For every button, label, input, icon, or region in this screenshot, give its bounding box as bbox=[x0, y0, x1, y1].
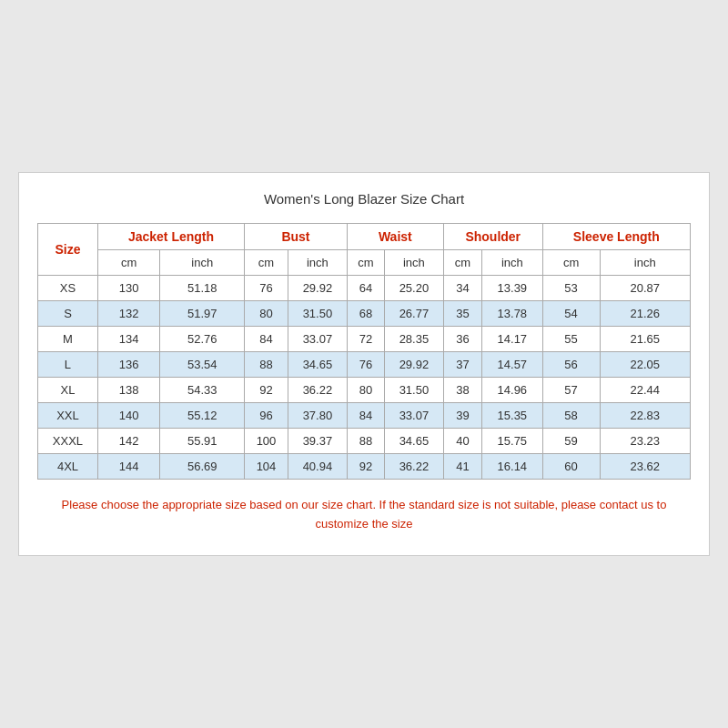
data-cell: 53.54 bbox=[160, 351, 245, 377]
table-row: 4XL14456.6910440.949236.224116.146023.62 bbox=[38, 453, 691, 479]
table-row: S13251.978031.506826.773513.785421.26 bbox=[38, 300, 691, 326]
data-cell: 36 bbox=[443, 326, 481, 351]
data-cell: 51.97 bbox=[160, 300, 245, 326]
data-cell: 76 bbox=[245, 275, 288, 300]
data-cell: 84 bbox=[245, 326, 288, 351]
data-cell: 34.65 bbox=[384, 428, 443, 453]
b-cm-header: cm bbox=[245, 249, 288, 275]
data-cell: 96 bbox=[245, 402, 288, 428]
data-cell: 76 bbox=[347, 351, 384, 377]
data-cell: 72 bbox=[347, 326, 384, 351]
data-cell: 13.78 bbox=[482, 300, 543, 326]
bust-header: Bust bbox=[245, 223, 348, 249]
table-row: L13653.548834.657629.923714.575622.05 bbox=[38, 351, 691, 377]
data-cell: 23.62 bbox=[600, 453, 690, 479]
data-cell: 138 bbox=[97, 377, 159, 402]
data-cell: 23.23 bbox=[600, 428, 690, 453]
data-cell: 60 bbox=[542, 453, 600, 479]
data-cell: 134 bbox=[97, 326, 159, 351]
size-cell: XL bbox=[38, 377, 98, 402]
data-cell: 21.65 bbox=[600, 326, 690, 351]
data-cell: 59 bbox=[542, 428, 600, 453]
data-cell: 80 bbox=[245, 300, 288, 326]
data-cell: 41 bbox=[443, 453, 481, 479]
table-row: XXXL14255.9110039.378834.654015.755923.2… bbox=[38, 428, 691, 453]
data-cell: 21.26 bbox=[600, 300, 690, 326]
jacket-length-header: Jacket Length bbox=[97, 223, 244, 249]
sh-inch-header: inch bbox=[482, 249, 543, 275]
data-cell: 144 bbox=[97, 453, 159, 479]
data-cell: 40 bbox=[443, 428, 481, 453]
data-cell: 35 bbox=[443, 300, 481, 326]
table-body: XS13051.187629.926425.203413.395320.87S1… bbox=[38, 275, 691, 479]
data-cell: 14.17 bbox=[482, 326, 543, 351]
sl-inch-header: inch bbox=[600, 249, 690, 275]
data-cell: 25.20 bbox=[384, 275, 443, 300]
data-cell: 34.65 bbox=[288, 351, 347, 377]
size-cell: 4XL bbox=[38, 453, 98, 479]
data-cell: 39 bbox=[443, 402, 481, 428]
w-inch-header: inch bbox=[384, 249, 443, 275]
footer-text: Please choose the appropriate size based… bbox=[37, 496, 691, 534]
shoulder-header: Shoulder bbox=[443, 223, 542, 249]
size-cell: S bbox=[38, 300, 98, 326]
data-cell: 132 bbox=[97, 300, 159, 326]
data-cell: 88 bbox=[347, 428, 384, 453]
data-cell: 68 bbox=[347, 300, 384, 326]
data-cell: 15.35 bbox=[482, 402, 543, 428]
data-cell: 56.69 bbox=[160, 453, 245, 479]
data-cell: 58 bbox=[542, 402, 600, 428]
data-cell: 37.80 bbox=[288, 402, 347, 428]
data-cell: 37 bbox=[443, 351, 481, 377]
data-cell: 130 bbox=[97, 275, 159, 300]
data-cell: 57 bbox=[542, 377, 600, 402]
size-cell: M bbox=[38, 326, 98, 351]
data-cell: 34 bbox=[443, 275, 481, 300]
data-cell: 26.77 bbox=[384, 300, 443, 326]
data-cell: 14.96 bbox=[482, 377, 543, 402]
data-cell: 104 bbox=[245, 453, 288, 479]
data-cell: 39.37 bbox=[288, 428, 347, 453]
sleeve-length-header: Sleeve Length bbox=[542, 223, 690, 249]
data-cell: 52.76 bbox=[160, 326, 245, 351]
data-cell: 92 bbox=[347, 453, 384, 479]
data-cell: 92 bbox=[245, 377, 288, 402]
data-cell: 53 bbox=[542, 275, 600, 300]
data-cell: 55 bbox=[542, 326, 600, 351]
data-cell: 33.07 bbox=[288, 326, 347, 351]
data-cell: 31.50 bbox=[384, 377, 443, 402]
size-header: Size bbox=[38, 223, 98, 275]
table-row: M13452.768433.077228.353614.175521.65 bbox=[38, 326, 691, 351]
data-cell: 55.91 bbox=[160, 428, 245, 453]
size-cell: XXXL bbox=[38, 428, 98, 453]
units-row: cm inch cm inch cm inch cm inch cm inch bbox=[38, 249, 691, 275]
table-row: XS13051.187629.926425.203413.395320.87 bbox=[38, 275, 691, 300]
data-cell: 140 bbox=[97, 402, 159, 428]
data-cell: 142 bbox=[97, 428, 159, 453]
data-cell: 51.18 bbox=[160, 275, 245, 300]
data-cell: 88 bbox=[245, 351, 288, 377]
table-row: XXL14055.129637.808433.073915.355822.83 bbox=[38, 402, 691, 428]
data-cell: 84 bbox=[347, 402, 384, 428]
w-cm-header: cm bbox=[347, 249, 384, 275]
sl-cm-header: cm bbox=[542, 249, 600, 275]
data-cell: 38 bbox=[443, 377, 481, 402]
data-cell: 33.07 bbox=[384, 402, 443, 428]
size-cell: XS bbox=[38, 275, 98, 300]
b-inch-header: inch bbox=[288, 249, 347, 275]
data-cell: 22.05 bbox=[600, 351, 690, 377]
data-cell: 40.94 bbox=[288, 453, 347, 479]
data-cell: 64 bbox=[347, 275, 384, 300]
data-cell: 16.14 bbox=[482, 453, 543, 479]
header-category-row: Size Jacket Length Bust Waist Shoulder S… bbox=[38, 223, 691, 249]
data-cell: 136 bbox=[97, 351, 159, 377]
data-cell: 100 bbox=[245, 428, 288, 453]
jl-cm-header: cm bbox=[97, 249, 159, 275]
data-cell: 29.92 bbox=[288, 275, 347, 300]
data-cell: 29.92 bbox=[384, 351, 443, 377]
data-cell: 56 bbox=[542, 351, 600, 377]
size-table: Size Jacket Length Bust Waist Shoulder S… bbox=[37, 223, 691, 480]
data-cell: 36.22 bbox=[288, 377, 347, 402]
waist-header: Waist bbox=[347, 223, 443, 249]
data-cell: 54 bbox=[542, 300, 600, 326]
